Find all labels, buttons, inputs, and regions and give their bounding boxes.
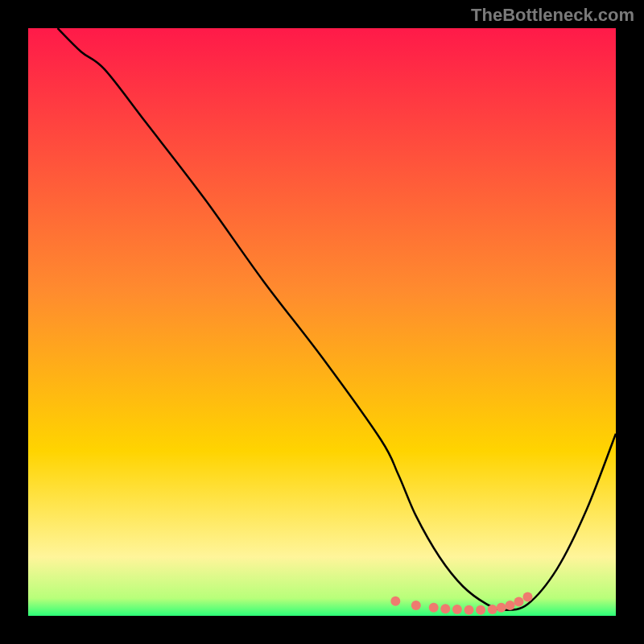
watermark-text: TheBottleneck.com	[471, 5, 634, 26]
min-dot	[411, 601, 421, 610]
min-dot	[488, 605, 497, 614]
min-dot	[464, 605, 474, 615]
min-dot	[506, 601, 515, 610]
chart-frame: TheBottleneck.com	[0, 0, 644, 644]
min-dot	[429, 603, 439, 613]
gradient-background	[28, 28, 616, 616]
min-dot	[476, 605, 485, 615]
min-dot	[497, 603, 506, 613]
plot-area	[28, 28, 616, 616]
min-dot	[523, 592, 533, 602]
min-dot	[390, 597, 400, 606]
min-dot	[452, 605, 462, 614]
min-dot	[440, 604, 450, 613]
chart-svg	[28, 28, 616, 616]
min-dot	[514, 597, 524, 607]
